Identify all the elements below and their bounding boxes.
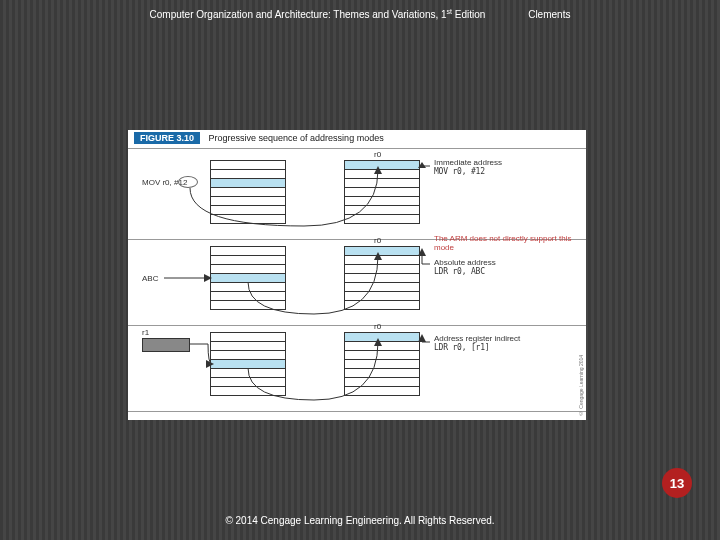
author-name: Clements: [528, 9, 570, 20]
slide-header: Computer Organization and Architecture: …: [0, 8, 720, 20]
register-label-r0: r0: [374, 236, 381, 245]
register-label-r0: r0: [374, 322, 381, 331]
register-label-r0: r0: [374, 150, 381, 159]
page-number: 13: [670, 476, 684, 491]
book-title-pre: Computer Organization and Architecture: …: [150, 9, 447, 20]
operand-highlight-oval: [178, 176, 198, 188]
figure-caption: Progressive sequence of addressing modes: [209, 133, 384, 143]
figure-title: FIGURE 3.10 Progressive sequence of addr…: [134, 132, 384, 144]
mode-code: LDR r0, [r1]: [434, 343, 520, 352]
unsupported-note: The ARM does not directly support this m…: [434, 234, 580, 252]
addressing-mode-panel: MOV r0, #12 r0 Immediate address MOV r0,…: [134, 156, 580, 238]
symbol-abc: ABC: [142, 274, 158, 283]
figure-copyright: © Cengage Learning 2014: [578, 355, 584, 416]
addressing-mode-panel: r1 r0 Address register indirect LDR r0, …: [134, 328, 580, 410]
mode-name: Absolute address: [434, 258, 496, 267]
register-label-r1: r1: [142, 328, 149, 337]
mode-name: Immediate address: [434, 158, 502, 167]
slide-footer: © 2014 Cengage Learning Engineering. All…: [0, 515, 720, 526]
page-number-badge: 13: [662, 468, 692, 498]
mode-code: MOV r0, #12: [434, 167, 502, 176]
register-r1-box: [142, 338, 190, 352]
mode-name: Address register indirect: [434, 334, 520, 343]
addressing-mode-panel: ABC r0 The ARM does not directly support…: [134, 242, 580, 324]
figure-badge: FIGURE 3.10: [134, 132, 200, 144]
book-title-post: Edition: [452, 9, 485, 20]
figure-container: FIGURE 3.10 Progressive sequence of addr…: [128, 130, 586, 420]
mode-code: LDR r0, ABC: [434, 267, 496, 276]
